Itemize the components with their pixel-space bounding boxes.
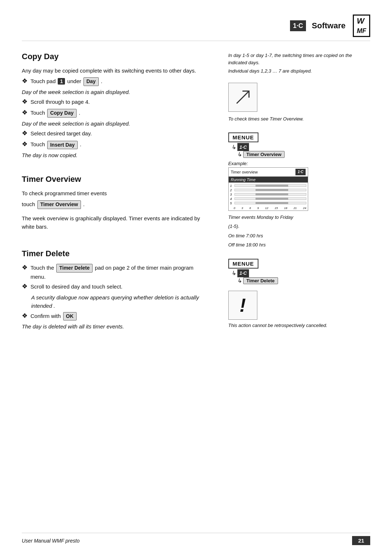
timer-delete-section: Timer Delete ❖ Touch the Timer Delete pa… [22, 249, 207, 331]
left-column: Copy Day Any day may be copied complete … [22, 52, 221, 339]
copy-day-step-5: ❖ Touch Insert Day . [22, 140, 207, 150]
bullet-sym-2: ❖ [22, 97, 28, 107]
badge-timer-delete: Timer Delete [56, 264, 93, 273]
step4-text: Select desired target day. [30, 129, 92, 138]
menue-arrow-row-1: ↳ 1·C [231, 143, 249, 151]
page-number: 21 [352, 536, 370, 545]
exclamation-icon: ! [240, 296, 246, 315]
bar-track-4 [234, 197, 306, 200]
row-label-4: 4 [230, 197, 234, 201]
bar-track-2 [234, 189, 306, 191]
bar-seg-1 [256, 185, 288, 187]
badge-ok: OK [63, 312, 77, 321]
menue-arrow-2: ↳ [237, 151, 242, 158]
timer-bars-area: 1 2 [229, 183, 308, 207]
right-timer-delete: MENUE ↳ 1·C ↳ Timer Delete ! [228, 259, 370, 329]
exclamation-container: ! [228, 291, 370, 320]
page-header: 1·C Software WMF [22, 15, 370, 41]
arrow-icon-container [228, 83, 370, 112]
timer-overview-example-box: Timer overview 1·C Running Time 1 [228, 167, 308, 211]
header-icon: 1·C [290, 20, 306, 31]
menue-arrow-row2-1: ↳ Timer Overview [237, 151, 285, 158]
timer-overview-intro1: To check programmed timer events [22, 189, 207, 197]
menue-sub-badge-1: Timer Overview [243, 151, 285, 158]
menue-arrow-3: ↳ [231, 270, 236, 277]
td-step3-italic: A security dialogue now appears querying… [31, 293, 207, 310]
example-label: Example: [228, 160, 370, 167]
row-label-3: 3 [230, 193, 234, 196]
timer-box-title: Timer overview [231, 170, 258, 174]
timer-caption-2: (1-5). [228, 223, 370, 230]
bar-seg-5 [256, 202, 288, 204]
header-logo: WMF [353, 15, 370, 37]
step3-text: Touch Copy Day . [30, 109, 80, 118]
bullet-sym-1: ❖ [22, 76, 28, 86]
timer-overview-body: The week overview is graphically display… [22, 214, 207, 231]
td-step1-text: Touch the Timer Delete pad on page 2 of … [30, 263, 207, 281]
bar-track-5 [234, 202, 306, 204]
badge-insert-day: Insert Day [47, 141, 78, 150]
badge-timer-overview: Timer Overview [37, 200, 81, 209]
step5-note: The day is now copied. [22, 151, 207, 159]
timer-bar-row-5: 5 [230, 201, 306, 205]
bullet-sym-4: ❖ [22, 128, 28, 139]
svg-line-0 [237, 91, 249, 103]
menue-arrow-4: ↳ [237, 277, 242, 284]
badge-day: Day [83, 77, 99, 86]
right-copy-day: In day 1-5 or day 1-7, the switching tim… [228, 52, 370, 122]
bar-seg-2 [256, 189, 288, 191]
timer-overview-section: Timer Overview To check programmed timer… [22, 175, 207, 231]
right-check-times-note: To check times see Timer Overview. [228, 115, 370, 123]
diagonal-arrow-icon [233, 87, 253, 107]
timer-caption-4: Off time 18:00 hrs [228, 241, 370, 249]
timer-caption-3: On time 7:00 hrs [228, 232, 370, 240]
timer-bar-row-2: 2 [230, 188, 306, 192]
action-note: This action cannot be retrospectively ca… [228, 322, 370, 329]
logo-text: WMF [357, 16, 366, 35]
td-step5-italic: The day is deleted with all its timer ev… [22, 322, 207, 331]
copy-day-step-1: ❖ Touch pad 1 under Day . [22, 77, 207, 86]
td-bullet-2: ❖ [22, 282, 28, 292]
row-label-2: 2 [230, 188, 234, 192]
timer-overview-box-header: Timer overview 1·C [229, 168, 308, 177]
copy-day-section: Copy Day Any day may be copied complete … [22, 52, 207, 159]
menue-diagram-2: MENUE ↳ 1·C ↳ Timer Delete [228, 259, 370, 284]
timer-delete-step-4: ❖ Confirm with OK [22, 312, 207, 321]
menue-diagram-1: MENUE ↳ 1·C ↳ Timer Overview [228, 132, 370, 158]
page-footer: User Manual WMF presto 21 [22, 533, 370, 545]
menue-arrow-1: ↳ [231, 144, 236, 151]
step3-note: Day of the week selection is again displ… [22, 119, 207, 128]
step1-text: Touch pad 1 under Day . [30, 77, 102, 86]
td-bullet-4: ❖ [22, 311, 28, 321]
step5-text: Touch Insert Day . [30, 140, 81, 149]
copy-day-intro: Any day may be copied complete with its … [22, 66, 207, 75]
right-timer-overview: MENUE ↳ 1·C ↳ Timer Overview Example: Ti… [228, 132, 370, 249]
bullet-sym-5: ❖ [22, 139, 28, 150]
badge-1: 1 [58, 78, 65, 85]
footer-text: User Manual WMF presto [22, 538, 79, 544]
td-step4-text: Confirm with OK [30, 312, 77, 321]
bar-seg-4 [256, 198, 288, 200]
menue-arrow-row-3: ↳ 1·C [231, 269, 249, 277]
timer-caption-1: Timer events Monday to Friday [228, 214, 370, 221]
timer-bar-row-4: 4 [230, 197, 306, 201]
main-content: Copy Day Any day may be copied complete … [22, 52, 370, 339]
row-label-1: 1 [230, 184, 234, 188]
right-copy-note1: In day 1-5 or day 1-7, the switching tim… [228, 52, 370, 66]
right-copy-note2: Individual days 1,2,3 … 7 are displayed. [228, 68, 370, 75]
menue-box-1: MENUE [228, 132, 258, 142]
arrow-icon-box [228, 83, 257, 112]
step2-text: Scroll through to page 4. [30, 98, 90, 106]
header-title: Software [312, 21, 346, 30]
timer-x-axis: 0 3 6 9 12 15 18 21 24 [229, 207, 308, 210]
menue-icon-1: 1·C [237, 143, 249, 151]
timer-overview-intro2: touch Timer Overview . [22, 200, 207, 209]
bar-track-1 [234, 184, 306, 187]
menue-box-2: MENUE [228, 259, 258, 269]
row-label-5: 5 [230, 201, 234, 205]
copy-day-step-4: ❖ Select desired target day. [22, 129, 207, 139]
step1-note: Day of the week selection is again displ… [22, 88, 207, 96]
td-bullet-1: ❖ [22, 263, 28, 273]
bar-seg-3 [256, 193, 288, 195]
menue-icon-2: 1·C [237, 269, 249, 277]
